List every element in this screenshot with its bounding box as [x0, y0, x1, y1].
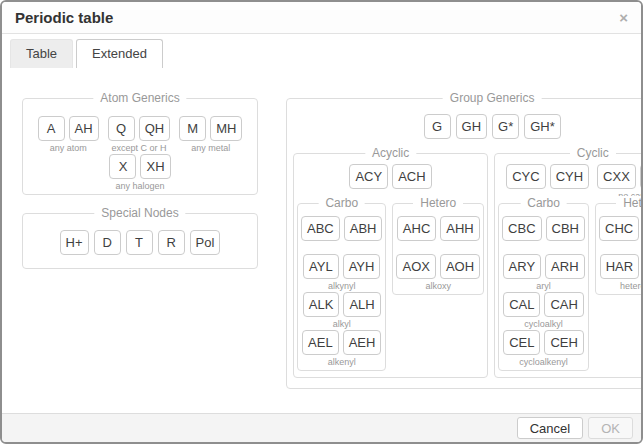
button-x[interactable]: X [109, 154, 136, 179]
left-column: Atom Generics A AH any atom Q QH [22, 98, 258, 269]
button-ary[interactable]: ARY [503, 254, 542, 279]
button-alh[interactable]: ALH [343, 292, 380, 317]
button-ahc[interactable]: AHC [397, 216, 436, 241]
button-group: CEL CEH cycloalkenyl [502, 330, 585, 368]
button-cah[interactable]: CAH [544, 292, 583, 317]
button-cbh[interactable]: CBH [546, 216, 585, 241]
button-aoh[interactable]: AOH [440, 254, 480, 279]
acyclic-carbo-legend: Carbo [318, 196, 365, 211]
close-icon[interactable]: × [619, 10, 628, 25]
button-m[interactable]: M [179, 116, 206, 141]
button-ael[interactable]: AEL [302, 330, 339, 355]
button-har[interactable]: HAR [600, 254, 639, 279]
tab-table[interactable]: Table [10, 39, 73, 68]
button-cel[interactable]: CEL [503, 330, 540, 355]
atom-generics-row-2: X XH any halogen [27, 154, 253, 192]
button-r[interactable]: R [158, 230, 185, 255]
button-acy[interactable]: ACY [349, 164, 388, 189]
button-a[interactable]: A [38, 116, 65, 141]
button-group: CHC CHH [599, 216, 643, 254]
tab-extended[interactable]: Extended [76, 39, 163, 68]
button-g-star[interactable]: G* [492, 114, 519, 139]
button-pol[interactable]: Pol [190, 230, 221, 255]
atom-generics-legend: Atom Generics [93, 91, 186, 106]
button-aeh[interactable]: AEH [343, 330, 382, 355]
button-cal[interactable]: CAL [503, 292, 540, 317]
special-nodes-legend: Special Nodes [94, 206, 185, 221]
button-qh[interactable]: QH [139, 116, 171, 141]
group-caption: any metal [191, 143, 230, 154]
button-ahh[interactable]: AHH [440, 216, 479, 241]
button-cxx[interactable]: CXX [597, 164, 636, 189]
button-d[interactable]: D [94, 230, 121, 255]
button-group: AYL AYH alkynyl [301, 254, 382, 292]
special-nodes-row: H+ D T R Pol [27, 230, 253, 255]
acyclic-carbo-panel: Carbo ABC ABH [297, 203, 386, 371]
button-group: M MH any metal [179, 116, 242, 154]
button-group: ARY ARH aryl [502, 254, 585, 292]
button-ah[interactable]: AH [69, 116, 99, 141]
group-caption: alkyl [333, 319, 351, 330]
group-caption: cycloalkyl [524, 319, 563, 330]
button-abc[interactable]: ABC [301, 216, 340, 241]
button-group: ABC ABH [301, 216, 382, 254]
button-ceh[interactable]: CEH [544, 330, 583, 355]
button-group: X XH any halogen [109, 154, 170, 192]
group-generics-legend: Group Generics [443, 91, 542, 106]
button-ayl[interactable]: AYL [303, 254, 339, 279]
right-column: Group Generics G GH G* GH* Acyclic ACY [286, 98, 643, 389]
button-q[interactable]: Q [108, 116, 135, 141]
acyclic-subsections: Carbo ABC ABH [297, 203, 484, 371]
button-cbc[interactable]: CBC [502, 216, 541, 241]
special-nodes-panel: Special Nodes H+ D T R Pol [22, 213, 258, 269]
group-caption: aryl [536, 281, 551, 292]
cyclic-carbo-panel: Carbo CBC CBH [498, 203, 589, 371]
button-group: Q QH except C or H [108, 116, 171, 154]
button-group: A AH any atom [38, 116, 99, 154]
button-xh[interactable]: XH [140, 154, 170, 179]
group-caption: any atom [50, 143, 87, 154]
group-generics-sections: Acyclic ACY ACH [293, 153, 643, 378]
button-cyh[interactable]: CYH [550, 164, 589, 189]
button-group: CBC CBH [502, 216, 585, 254]
dialog-title: Periodic table [15, 9, 113, 26]
button-abh[interactable]: ABH [344, 216, 383, 241]
cancel-button[interactable]: Cancel [517, 417, 583, 439]
button-gh[interactable]: GH [456, 114, 488, 139]
group-generics-panel: Group Generics G GH G* GH* Acyclic ACY [286, 98, 643, 389]
button-gh-star[interactable]: GH* [524, 114, 561, 139]
cyclic-panel: Cyclic CYC CYH CXX [494, 153, 643, 378]
cyclic-hetero-legend: Hetero [616, 196, 643, 211]
button-alk[interactable]: ALK [303, 292, 340, 317]
atom-generics-row-1: A AH any atom Q QH except C or H [27, 116, 253, 154]
cyclic-hetero-panel: Hetero CHC CHH [595, 203, 643, 295]
button-group: AHC AHH [396, 216, 480, 254]
acyclic-legend: Acyclic [365, 146, 416, 161]
group-caption: hetero aryl [620, 281, 643, 292]
group-caption: any halogen [115, 181, 164, 192]
button-cyc[interactable]: CYC [506, 164, 545, 189]
acyclic-hetero-panel: Hetero AHC AHH [392, 203, 484, 295]
button-group: AOX AOH alkoxy [396, 254, 480, 292]
dialog-footer: Cancel OK [2, 413, 641, 442]
button-ayh[interactable]: AYH [343, 254, 381, 279]
button-group: CAL CAH cycloalkyl [502, 292, 585, 330]
group-caption: alkenyl [328, 357, 356, 368]
group-caption: alkoxy [426, 281, 452, 292]
button-t[interactable]: T [126, 230, 153, 255]
button-ach[interactable]: ACH [392, 164, 431, 189]
button-mh[interactable]: MH [210, 116, 242, 141]
button-aox[interactable]: AOX [396, 254, 435, 279]
button-group: ALK ALH alkyl [301, 292, 382, 330]
group-caption: alkynyl [328, 281, 356, 292]
button-arh[interactable]: ARH [545, 254, 584, 279]
dialog-content: Atom Generics A AH any atom Q QH [2, 68, 641, 413]
acyclic-hetero-legend: Hetero [413, 196, 463, 211]
button-h-plus[interactable]: H+ [60, 230, 89, 255]
button-chc[interactable]: CHC [599, 216, 639, 241]
button-g[interactable]: G [424, 114, 451, 139]
ok-button[interactable]: OK [588, 417, 633, 439]
acyclic-panel: Acyclic ACY ACH [293, 153, 488, 378]
dialog-header: Periodic table × [2, 2, 641, 34]
periodic-table-dialog: Periodic table × Table Extended Atom Gen… [0, 0, 643, 444]
